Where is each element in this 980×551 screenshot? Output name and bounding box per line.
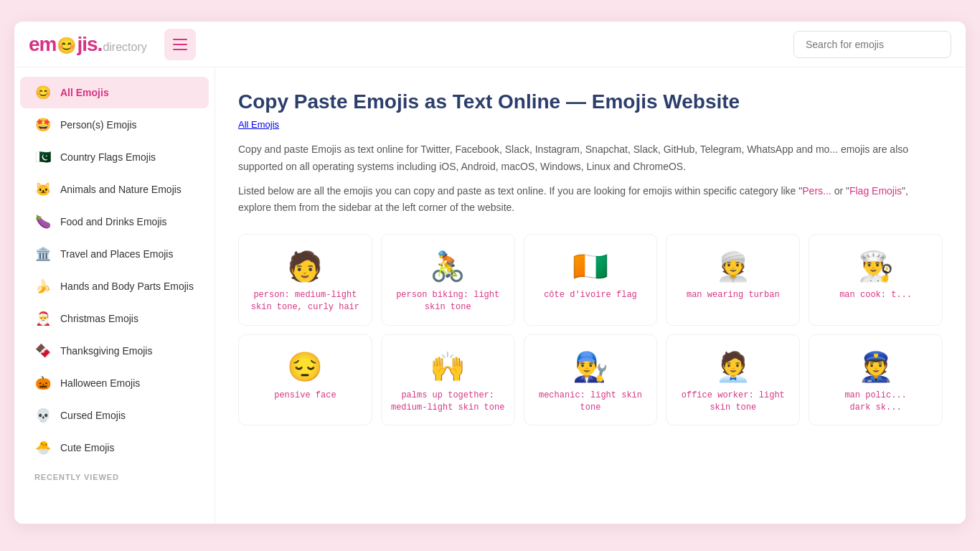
- logo-jis: jis: [77, 33, 97, 56]
- sidebar-item-country-flags[interactable]: 🇵🇰Country Flags Emojis: [20, 141, 209, 173]
- flag-emojis-link[interactable]: Flag Emojis: [849, 185, 902, 197]
- emoji-display-8: 🧑‍💼: [715, 352, 751, 381]
- persons-link[interactable]: Pers...: [802, 185, 831, 197]
- sidebar-item-cute[interactable]: 🐣Cute Emojis: [20, 432, 209, 463]
- emoji-label-2: côte d'ivoire flag: [544, 289, 637, 301]
- emoji-display-1: 🚴: [430, 252, 466, 281]
- sidebar-item-persons[interactable]: 🤩Person(s) Emojis: [20, 109, 209, 141]
- sidebar-item-label-hands-body: Hands and Body Parts Emojis: [60, 281, 194, 292]
- sidebar-item-label-cute: Cute Emojis: [60, 442, 114, 453]
- breadcrumb-link[interactable]: All Emojis: [238, 119, 279, 130]
- emoji-card-7[interactable]: 👨‍🔧mechanic: light skin tone: [524, 334, 658, 426]
- logo-directory: directory: [103, 41, 146, 54]
- emoji-card-8[interactable]: 🧑‍💼office worker: light skin tone: [666, 334, 800, 426]
- sidebar-item-label-halloween: Halloween Emojis: [60, 377, 140, 389]
- sidebar-item-emoji-thanksgiving: 🍫: [34, 343, 52, 359]
- sidebar-item-animals-nature[interactable]: 🐱Animals and Nature Emojis: [20, 174, 209, 205]
- emoji-display-7: 👨‍🔧: [573, 352, 608, 381]
- logo[interactable]: em 😊 jis . directory: [29, 33, 147, 56]
- sidebar-item-emoji-cursed: 💀: [34, 408, 52, 423]
- sidebar-item-emoji-food-drinks: 🍆: [34, 214, 52, 230]
- hamburger-button[interactable]: [164, 29, 196, 60]
- emoji-label-5: pensive face: [274, 390, 336, 402]
- emoji-grid: 🧑person: medium-light skin tone, curly h…: [238, 234, 943, 425]
- sidebar-item-thanksgiving[interactable]: 🍫Thanksgiving Emojis: [20, 335, 209, 367]
- logo-dot: .: [98, 33, 103, 56]
- emoji-display-5: 😔: [287, 352, 323, 381]
- hamburger-line-1: [173, 39, 187, 40]
- page-title: Copy Paste Emojis as Text Online — Emoji…: [238, 90, 943, 113]
- emoji-card-6[interactable]: 🙌palms up together: medium-light skin to…: [381, 334, 515, 426]
- sidebar-item-label-travel-places: Travel and Places Emojis: [60, 248, 173, 260]
- sidebar-item-hands-body[interactable]: 🍌Hands and Body Parts Emojis: [20, 270, 209, 302]
- description-1: Copy and paste Emojis as text online for…: [238, 141, 943, 176]
- sidebar-item-food-drinks[interactable]: 🍆Food and Drinks Emojis: [20, 206, 209, 237]
- breadcrumb: All Emojis: [238, 119, 943, 130]
- outer-background: em 😊 jis . directory 😊All Emojis🤩Person(…: [0, 0, 980, 551]
- hamburger-line-2: [173, 44, 187, 45]
- emoji-display-3: 👳: [715, 252, 751, 281]
- sidebar-item-label-persons: Person(s) Emojis: [60, 119, 137, 131]
- main-layout: 😊All Emojis🤩Person(s) Emojis🇵🇰Country Fl…: [14, 67, 966, 524]
- sidebar-item-emoji-country-flags: 🇵🇰: [34, 149, 52, 165]
- sidebar-item-label-thanksgiving: Thanksgiving Emojis: [60, 345, 152, 357]
- hamburger-line-3: [173, 49, 187, 50]
- sidebar-item-label-animals-nature: Animals and Nature Emojis: [60, 184, 182, 195]
- sidebar-item-emoji-all-emojis: 😊: [34, 85, 52, 100]
- sidebar-item-label-christmas: Christmas Emojis: [60, 313, 138, 324]
- sidebar-item-label-all-emojis: All Emojis: [60, 87, 109, 98]
- emoji-card-3[interactable]: 👳man wearing turban: [666, 234, 800, 326]
- emoji-label-4: man cook: t...: [839, 289, 912, 301]
- emoji-label-7: mechanic: light skin tone: [539, 390, 642, 414]
- emoji-label-1: person biking: light skin tone: [396, 289, 499, 314]
- logo-em: em: [29, 33, 56, 56]
- sidebar-item-travel-places[interactable]: 🏛️Travel and Places Emojis: [20, 238, 209, 270]
- emoji-display-4: 👨‍🍳: [858, 252, 894, 281]
- emoji-display-2: 🇨🇮: [573, 252, 608, 281]
- emoji-label-8: office worker: light skin tone: [682, 390, 785, 414]
- emoji-card-0[interactable]: 🧑person: medium-light skin tone, curly h…: [238, 234, 372, 326]
- emoji-display-0: 🧑: [287, 252, 323, 281]
- emoji-display-9: 👮: [858, 352, 894, 381]
- sidebar-item-emoji-cute: 🐣: [34, 440, 52, 456]
- emoji-card-9[interactable]: 👮man polic... dark sk...: [809, 334, 943, 426]
- header: em 😊 jis . directory: [14, 22, 966, 67]
- sidebar-item-emoji-christmas: 🎅: [34, 311, 52, 326]
- emoji-card-1[interactable]: 🚴person biking: light skin tone: [381, 234, 515, 326]
- emoji-card-2[interactable]: 🇨🇮côte d'ivoire flag: [524, 234, 658, 326]
- sidebar-item-christmas[interactable]: 🎅Christmas Emojis: [20, 303, 209, 334]
- sidebar: 😊All Emojis🤩Person(s) Emojis🇵🇰Country Fl…: [14, 67, 215, 524]
- sidebar-item-label-country-flags: Country Flags Emojis: [60, 151, 156, 163]
- sidebar-item-cursed[interactable]: 💀Cursed Emojis: [20, 400, 209, 431]
- sidebar-item-halloween[interactable]: 🎃Halloween Emojis: [20, 367, 209, 399]
- main-content: Copy Paste Emojis as Text Online — Emoji…: [215, 67, 966, 524]
- emoji-label-3: man wearing turban: [687, 289, 780, 301]
- search-input[interactable]: [793, 31, 951, 58]
- sidebar-item-emoji-hands-body: 🍌: [34, 278, 52, 294]
- sidebar-item-emoji-halloween: 🎃: [34, 375, 52, 391]
- sidebar-item-emoji-travel-places: 🏛️: [34, 246, 52, 262]
- sidebar-items-container: 😊All Emojis🤩Person(s) Emojis🇵🇰Country Fl…: [14, 77, 215, 463]
- sidebar-item-all-emojis[interactable]: 😊All Emojis: [20, 77, 209, 108]
- sidebar-item-emoji-animals-nature: 🐱: [34, 182, 52, 197]
- emoji-card-4[interactable]: 👨‍🍳man cook: t...: [809, 234, 943, 326]
- emoji-label-0: person: medium-light skin tone, curly ha…: [251, 289, 359, 314]
- recently-viewed-label: RECENTLY VIEWED: [14, 464, 215, 484]
- emoji-label-9: man polic... dark sk...: [844, 390, 906, 414]
- logo-emoji-icon: 😊: [57, 37, 76, 55]
- sidebar-item-label-food-drinks: Food and Drinks Emojis: [60, 216, 167, 227]
- app-window: em 😊 jis . directory 😊All Emojis🤩Person(…: [14, 22, 966, 524]
- emoji-label-6: palms up together: medium-light skin ton…: [391, 390, 504, 414]
- description-2: Listed below are all the emojis you can …: [238, 183, 943, 217]
- emoji-card-5[interactable]: 😔pensive face: [238, 334, 372, 426]
- sidebar-item-emoji-persons: 🤩: [34, 117, 52, 133]
- sidebar-item-label-cursed: Cursed Emojis: [60, 410, 126, 421]
- emoji-display-6: 🙌: [430, 352, 466, 381]
